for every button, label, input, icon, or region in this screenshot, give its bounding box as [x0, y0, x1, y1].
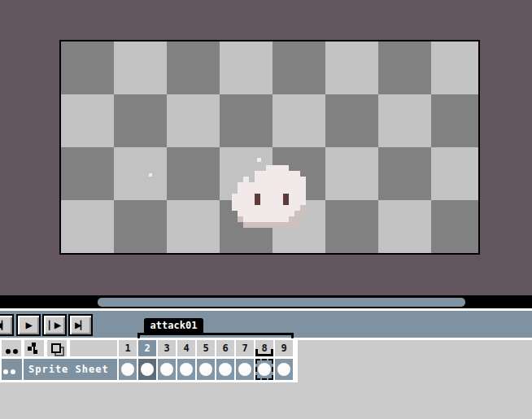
sprite-pixel: [283, 171, 289, 177]
frame-header-2[interactable]: 2: [138, 340, 156, 356]
copy-icon-front-square: [51, 343, 61, 353]
cel-frame-2[interactable]: [138, 359, 156, 380]
layer-name[interactable]: Sprite Sheet: [24, 359, 117, 380]
sprite-pixel: [272, 222, 277, 228]
animation-tag-range-end: [291, 333, 294, 338]
frame-header-8[interactable]: 8: [255, 340, 273, 356]
sprite-pixel: [243, 216, 249, 222]
nodes-icon-node: [32, 343, 36, 347]
sprite-pixel: [294, 188, 300, 194]
frame-header-3[interactable]: 3: [158, 340, 176, 356]
timeline-header-spacer: [70, 340, 117, 356]
sprite-pixel: [266, 165, 272, 171]
frame-header-5[interactable]: 5: [197, 340, 215, 356]
sprite-pixel: [255, 199, 260, 205]
sprite-pixel: [294, 199, 300, 205]
frame-header-1[interactable]: 1: [119, 340, 137, 356]
sprite-pixel: [289, 177, 294, 182]
frame-header-4[interactable]: 4: [177, 340, 195, 356]
sprite-pixel: [300, 205, 306, 211]
sprite-pixel: [289, 211, 294, 216]
sprite-pixel: [300, 211, 306, 216]
frame-header-6[interactable]: 6: [216, 340, 234, 356]
sprite-pixel: [238, 199, 243, 205]
cel-thumbnail-dot: [180, 363, 193, 376]
sprite-pixel: [283, 188, 289, 194]
sprite-pixel: [260, 194, 266, 199]
sprite-pixel: [294, 216, 300, 222]
sprite-pixel: [266, 182, 272, 188]
skip-end-button[interactable]: ▶▏: [68, 314, 93, 336]
sprite-pixel: [260, 211, 266, 216]
sprite-particle: [149, 173, 152, 177]
sprite-pixel: [283, 211, 289, 216]
sprite-pixel: [277, 194, 283, 199]
cel-frame-8[interactable]: [255, 359, 273, 380]
sprite-pixel: [289, 205, 294, 211]
sprite-pixel: [272, 165, 277, 171]
sprite-pixel: [243, 194, 249, 199]
timeline-scroll-strip: [0, 295, 532, 308]
sprite-pixel: [283, 199, 289, 205]
sprite-pixel: [266, 194, 272, 199]
duplicate-icon[interactable]: [47, 340, 67, 356]
layer-toggles-icon[interactable]: [2, 340, 21, 356]
sprite-pixel: [232, 205, 238, 211]
sprite-pixel: [243, 199, 249, 205]
sprite-pixel: [260, 216, 266, 222]
sprite-pixel: [260, 177, 266, 182]
timeline-horizontal-scrollbar[interactable]: [98, 298, 465, 307]
sprite-pixel: [300, 199, 306, 205]
sprite-pixel: [272, 188, 277, 194]
sprite-pixel: [255, 216, 260, 222]
cel-thumbnail-dot: [121, 363, 134, 376]
sprite-pixel: [272, 177, 277, 182]
sprite-pixel: [272, 199, 277, 205]
cel-frame-6[interactable]: [216, 359, 234, 380]
cel-frame-4[interactable]: [177, 359, 195, 380]
cel-frame-7[interactable]: [236, 359, 254, 380]
frame-header-9[interactable]: 9: [275, 340, 293, 356]
sprite-pixel: [272, 194, 277, 199]
play-button[interactable]: ▶: [16, 314, 41, 336]
cel-frame-5[interactable]: [197, 359, 215, 380]
sprite-pixel: [266, 222, 272, 228]
sprite-pixel: [260, 222, 266, 228]
sprite-pixel: [255, 182, 260, 188]
dot-icon: [13, 349, 18, 354]
dot-icon: [6, 349, 11, 354]
sprite-pixel: [260, 205, 266, 211]
app-window: ◀▏ ▶ ▏▶ ▶▏ attack01 123456789 Sprite She…: [0, 0, 532, 419]
sprite-pixel: [277, 205, 283, 211]
cel-frame-9[interactable]: [275, 359, 293, 380]
sprite-pixel: [249, 188, 255, 194]
sprite-pixel: [277, 182, 283, 188]
sprite-pixel: [289, 182, 294, 188]
animation-tag[interactable]: attack01: [144, 318, 203, 333]
layer-visibility-toggle[interactable]: [2, 359, 22, 380]
timeline-options-icon[interactable]: [24, 340, 44, 356]
sprite-pixel: [255, 188, 260, 194]
sprite-pixel: [260, 182, 266, 188]
sprite-pixel: [238, 211, 243, 216]
step-forward-button[interactable]: ▏▶: [42, 314, 67, 336]
sprite-pixel: [260, 199, 266, 205]
sprite-pixel: [266, 177, 272, 182]
cel-frame-1[interactable]: [119, 359, 137, 380]
sprite-pixel: [294, 211, 300, 216]
sprite-pixel: [238, 194, 243, 199]
sprite-pixel: [266, 199, 272, 205]
sprite-pixel: [249, 211, 255, 216]
rewind-button[interactable]: ◀▏: [0, 314, 14, 336]
cel-thumbnail-dot: [160, 363, 173, 376]
frame-header-7[interactable]: 7: [236, 340, 254, 356]
sprite-pixel: [277, 165, 283, 171]
sprite-pixel: [283, 182, 289, 188]
cel-thumbnail-dot: [199, 363, 212, 376]
sprite-pixel: [255, 205, 260, 211]
cel-frame-3[interactable]: [158, 359, 176, 380]
sprite-pixel: [272, 211, 277, 216]
sprite-pixel: [283, 216, 289, 222]
sprite-pixel: [294, 182, 300, 188]
sprite-pixel: [283, 177, 289, 182]
